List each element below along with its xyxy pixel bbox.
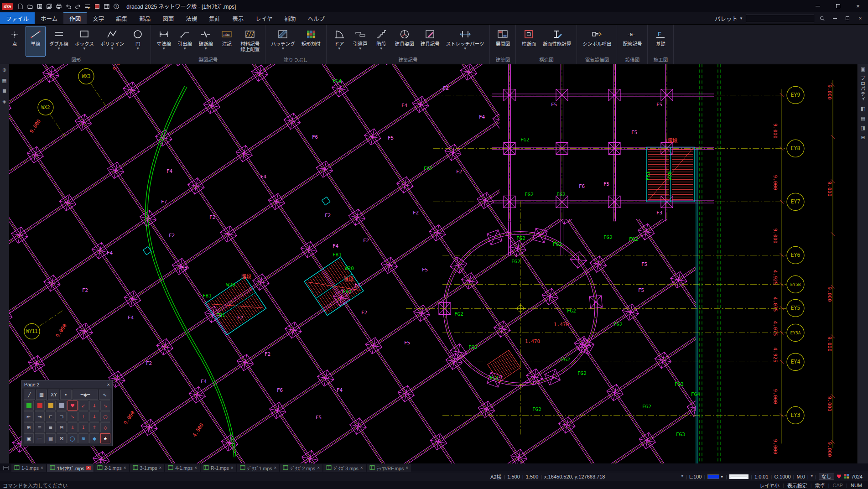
drawing-scale[interactable]: 1:500 (507, 474, 520, 479)
palette-tool[interactable]: ▤ (46, 433, 56, 443)
palette-tool[interactable]: ◆ (89, 433, 99, 443)
doc-tab-ﾃｯｺﾂ/RF.mps[interactable]: ﾃｯｺﾂ/RF.mps× (367, 464, 411, 472)
menu-tab-作図[interactable]: 作図 (63, 12, 87, 24)
tool-柱断面[interactable]: 柱断面 (519, 26, 539, 57)
palette-tool[interactable]: ⇓ (68, 422, 78, 432)
doc-tab-ｼﾞｸｽﾞ1.mps[interactable]: ｼﾞｸｽﾞ1.mps× (237, 464, 280, 472)
close-icon[interactable]: × (317, 466, 320, 470)
palette-tool[interactable]: ⇤ (24, 411, 34, 421)
close-icon[interactable]: × (124, 466, 126, 470)
snap-icon[interactable]: ⊕ (2, 67, 6, 73)
palette-tool[interactable] (46, 401, 56, 411)
sheet-list-icon[interactable] (1, 464, 10, 472)
palette-tool[interactable]: ⇥ (35, 411, 45, 421)
layer-scale[interactable]: L:100 (689, 474, 702, 479)
palette-tool[interactable]: ⊞ (24, 422, 34, 432)
palette-tool[interactable]: ╱ (24, 390, 35, 400)
color-grid-icon[interactable] (844, 473, 849, 480)
palette-tool[interactable]: ↧ (78, 422, 88, 432)
current-color-swatch[interactable] (707, 474, 719, 479)
command-prompt[interactable]: コマンドを入力してください (3, 482, 68, 489)
doc-minimize-button[interactable] (830, 12, 840, 24)
undo-icon[interactable] (63, 1, 73, 11)
close-icon[interactable]: × (194, 466, 197, 470)
color-box-icon[interactable] (92, 1, 102, 11)
menu-tab-文字[interactable]: 文字 (87, 12, 110, 24)
palette-tool[interactable]: ★ (100, 433, 110, 443)
menu-tab-ファイル[interactable]: ファイル (0, 12, 35, 24)
doc-tab-R-1.mps[interactable]: R-1.mps× (201, 464, 236, 472)
tool-建具姿図[interactable]: 建具姿図 (392, 26, 417, 57)
panel-left-icon[interactable]: ◧ (861, 106, 865, 112)
tool-引違戸[interactable]: 引違戸▼ (350, 26, 370, 57)
close-icon[interactable]: × (360, 466, 363, 470)
doc-close-button[interactable]: × (855, 12, 865, 24)
restore-button[interactable] (828, 0, 848, 12)
menu-tab-レイヤ[interactable]: レイヤ (249, 12, 278, 24)
tool-破断線[interactable]: 破断線▼ (196, 26, 216, 57)
open-file-icon[interactable] (25, 1, 35, 11)
tool-点[interactable]: 点 (5, 26, 25, 57)
save-icon[interactable] (35, 1, 44, 11)
palette-tool[interactable]: ↓ (89, 411, 99, 421)
search-input[interactable] (746, 15, 814, 22)
paper-size[interactable]: A2横 (490, 473, 501, 480)
palette-tool[interactable]: ⊐ (57, 411, 67, 421)
palette-tool[interactable]: ⇑ (89, 422, 99, 432)
palette-tool[interactable]: ▦ (36, 390, 47, 400)
tool-単線[interactable]: 単線 (26, 26, 46, 57)
close-icon[interactable]: × (107, 382, 110, 387)
tool-ダブル線[interactable]: ダブル線▼ (47, 26, 71, 57)
palette-tool[interactable]: ◇ (100, 422, 110, 432)
tool-ストレッチパーツ[interactable]: ストレッチパーツ▼ (443, 26, 487, 57)
palette-tool[interactable]: ⊥ (78, 411, 88, 421)
tool-ハッチング[interactable]: ハッチング▼ (268, 26, 298, 57)
menu-tab-ホーム[interactable]: ホーム (35, 12, 63, 24)
grid-icon[interactable] (102, 1, 111, 11)
cad-drawing[interactable]: EY9EY8EY7EY6EY5BEY5EY5AEY4EY3WX3WX2WY11F… (9, 64, 858, 463)
palette-tool[interactable]: ∿ (99, 390, 110, 400)
grid-toggle-icon[interactable]: ▦ (2, 78, 6, 83)
panel-pin-icon[interactable]: ▣ (861, 66, 865, 72)
doc-tab-1ｶｲﾌｾｽﾞ.mps[interactable]: 1ｶｲﾌｾｽﾞ.mps× (47, 464, 94, 472)
doc-tab-2-1.mps[interactable]: 2-1.mps× (94, 464, 129, 472)
palette-tool[interactable]: ≡ (46, 422, 56, 432)
doc-restore-button[interactable] (842, 12, 852, 24)
palette-tool[interactable]: ↘ (100, 401, 110, 411)
panel-rows-icon[interactable]: ▤ (861, 115, 865, 121)
toggle-表示設定[interactable]: 表示設定 (784, 482, 811, 489)
close-icon[interactable]: × (405, 466, 408, 470)
doc-tab-ｼﾞｸｽﾞ3.mps[interactable]: ｼﾞｸｽﾞ3.mps× (323, 464, 366, 472)
layer-list-icon[interactable]: ≣ (2, 88, 6, 94)
drawing-canvas-area[interactable]: EY9EY8EY7EY6EY5BEY5EY5AEY4EY3WX3WX2WY11F… (9, 64, 858, 463)
redo-icon[interactable] (73, 1, 83, 11)
palette-dropdown[interactable]: パレット▼ (715, 14, 743, 23)
close-icon[interactable]: × (231, 466, 234, 470)
tool-寸法線[interactable]: 寸法線▼ (154, 26, 174, 57)
menu-tab-部品[interactable]: 部品 (133, 12, 156, 24)
save-all-icon[interactable] (44, 1, 54, 11)
doc-tab-1-1.mps[interactable]: 1-1.mps× (11, 464, 46, 472)
minimize-button[interactable] (808, 0, 828, 12)
palette-tool[interactable]: ♥ (68, 401, 78, 411)
menu-tab-補助[interactable]: 補助 (278, 12, 301, 24)
palette-tool[interactable]: ⊠ (57, 433, 67, 443)
palette-tool[interactable]: ⊟ (57, 422, 67, 432)
close-icon[interactable]: × (86, 466, 91, 470)
tool-階段[interactable]: 階段▼ (371, 26, 391, 57)
palette-tool[interactable]: ○ (100, 411, 110, 421)
select-mode-icon[interactable]: ◈ (2, 99, 6, 104)
close-icon[interactable]: × (159, 466, 161, 470)
panel-add-icon[interactable]: ⊞ (861, 135, 865, 140)
palette-tool[interactable]: ⊏ (46, 411, 56, 421)
tool-注記[interactable]: abc注記 (217, 26, 237, 57)
palette-tool[interactable]: ◯ (68, 433, 78, 443)
new-file-icon[interactable] (16, 1, 25, 11)
tool-基礎[interactable]: F基礎 (650, 26, 670, 57)
palette-tool[interactable] (35, 401, 45, 411)
menu-tab-集計[interactable]: 集計 (203, 12, 226, 24)
mode-setting[interactable]: M:0 (796, 474, 805, 479)
tool-シンボル呼出[interactable]: シンボル呼出 (580, 26, 614, 57)
palette-tool[interactable]: ≣ (35, 422, 45, 432)
menu-tab-表示[interactable]: 表示 (226, 12, 249, 24)
